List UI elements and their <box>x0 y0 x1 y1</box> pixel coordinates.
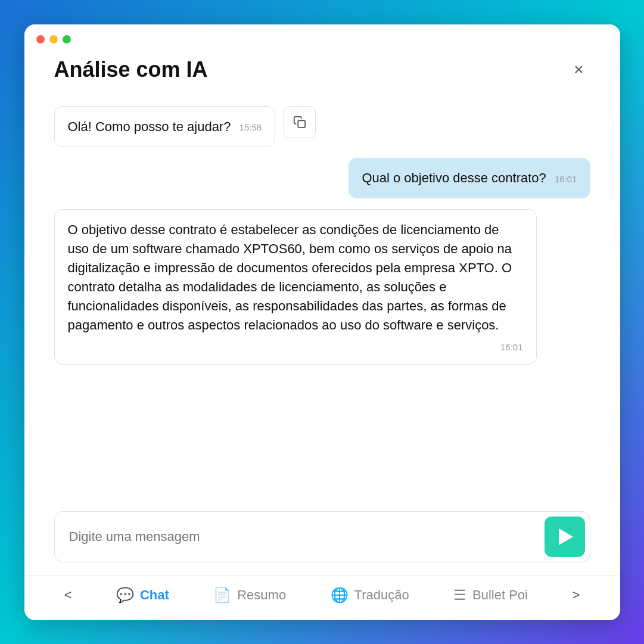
message-input[interactable] <box>55 516 540 558</box>
input-area <box>24 500 620 575</box>
bullet-nav-label: Bullet Poi <box>472 587 528 603</box>
message-bubble-3: O objetivo desse contrato é estabelecer … <box>54 209 537 365</box>
message-bubble-1: Olá! Como posso te ajudar? 15:58 <box>54 106 276 148</box>
message-row: Olá! Como posso te ajudar? 15:58 <box>54 106 590 148</box>
chat-nav-label: Chat <box>140 587 169 603</box>
traffic-light-red[interactable] <box>36 35 45 43</box>
message-bubble-2: Qual o objetivo desse contrato? 16:01 <box>349 158 590 198</box>
next-nav-arrow[interactable]: > <box>565 584 587 606</box>
send-icon <box>559 528 573 545</box>
bullet-nav-icon: ☰ <box>453 587 466 603</box>
input-row <box>54 511 590 562</box>
close-button[interactable]: × <box>568 58 590 81</box>
svg-rect-0 <box>298 120 305 127</box>
copy-icon <box>293 116 306 129</box>
nav-item-traducao[interactable]: 🌐 Tradução <box>323 583 416 607</box>
nav-item-chat[interactable]: 💬 Chat <box>109 583 176 607</box>
traffic-light-yellow[interactable] <box>49 35 58 43</box>
window-title: Análise com IA <box>54 57 208 82</box>
copy-btn-container <box>284 106 316 138</box>
title-bar <box>36 35 71 43</box>
nav-item-bullet[interactable]: ☰ Bullet Poi <box>446 583 535 607</box>
chat-nav-icon: 💬 <box>116 587 134 603</box>
message-time-2: 16:01 <box>555 174 577 184</box>
message-row: O objetivo desse contrato é estabelecer … <box>54 209 590 365</box>
message-time-1: 15:58 <box>239 122 262 132</box>
resumo-nav-label: Resumo <box>237 587 286 603</box>
message-row: Qual o objetivo desse contrato? 16:01 <box>54 158 590 198</box>
traducao-nav-icon: 🌐 <box>331 587 349 603</box>
traducao-nav-label: Tradução <box>354 587 409 603</box>
send-button[interactable] <box>545 517 585 557</box>
chat-area: Olá! Como posso te ajudar? 15:58 Qual o … <box>24 94 620 500</box>
copy-button[interactable] <box>284 106 316 138</box>
header: Análise com IA × <box>24 24 620 94</box>
message-text-2: Qual o objetivo desse contrato? <box>362 170 546 185</box>
nav-item-resumo[interactable]: 📄 Resumo <box>206 583 293 607</box>
resumo-nav-icon: 📄 <box>213 587 231 603</box>
bottom-nav: < 💬 Chat 📄 Resumo 🌐 Tradução ☰ Bullet Po… <box>24 575 620 620</box>
app-window: Análise com IA × Olá! Como posso te ajud… <box>24 24 620 620</box>
message-text-1: Olá! Como posso te ajudar? <box>68 119 231 134</box>
prev-nav-arrow[interactable]: < <box>57 584 79 606</box>
message-text-3: O objetivo desse contrato é estabelecer … <box>68 222 512 332</box>
message-time-3: 16:01 <box>68 341 523 354</box>
traffic-light-green[interactable] <box>63 35 71 43</box>
